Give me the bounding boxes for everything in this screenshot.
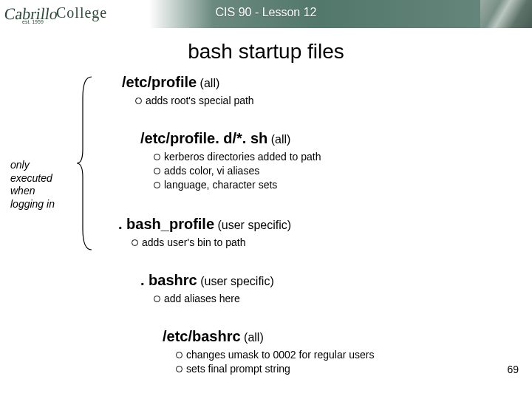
- file-etc-profile: /etc/profile (all) adds root's special p…: [122, 74, 254, 108]
- bullet-list: changes umask to 0002 for regular users …: [176, 348, 374, 376]
- file-scope: (user specific): [217, 219, 291, 231]
- header-bar: Cabrillo College est. 1959 CIS 90 - Less…: [0, 0, 532, 28]
- file-etc-profile-d: /etc/profile. d/*. sh (all) kerberos dir…: [140, 130, 321, 192]
- brace-icon: [75, 75, 96, 251]
- bullet-item: language, character sets: [154, 178, 321, 192]
- file-scope: (all): [271, 133, 291, 146]
- file-scope: (user specific): [200, 275, 274, 287]
- file-name: /etc/profile: [122, 74, 197, 90]
- bullet-item: adds color, vi aliases: [154, 164, 321, 178]
- file-name: /etc/bashrc: [163, 328, 241, 344]
- logo-established: est. 1959: [22, 19, 44, 24]
- bullet-list: add aliases here: [154, 292, 274, 306]
- side-note: only executed when logging in: [10, 159, 69, 211]
- course-title: CIS 90 - Lesson 12: [0, 6, 532, 19]
- bullet-list: adds root's special path: [135, 94, 254, 108]
- bullet-item: changes umask to 0002 for regular users: [176, 348, 374, 362]
- bullet-item: add aliases here: [154, 292, 274, 306]
- file-etc-bashrc: /etc/bashrc (all) changes umask to 0002 …: [163, 328, 374, 376]
- bullet-item: sets final prompt string: [176, 362, 374, 376]
- file-scope: (all): [200, 77, 220, 89]
- slide-title: bash startup files: [0, 40, 532, 64]
- bullet-item: adds root's special path: [135, 94, 254, 108]
- file-scope: (all): [244, 331, 264, 344]
- file-bash-profile: . bash_profile (user specific) adds user…: [118, 216, 291, 250]
- file-bashrc: . bashrc (user specific) add aliases her…: [140, 272, 274, 306]
- bullet-item: kerberos directories added to path: [154, 150, 321, 164]
- bullet-list: kerberos directories added to path adds …: [154, 150, 321, 192]
- bullet-list: adds user's bin to path: [132, 236, 291, 250]
- file-name: . bashrc: [140, 272, 197, 288]
- page-number: 69: [507, 364, 519, 375]
- file-name: . bash_profile: [118, 216, 214, 232]
- file-name: /etc/profile. d/*. sh: [140, 130, 267, 146]
- bullet-item: adds user's bin to path: [132, 236, 291, 250]
